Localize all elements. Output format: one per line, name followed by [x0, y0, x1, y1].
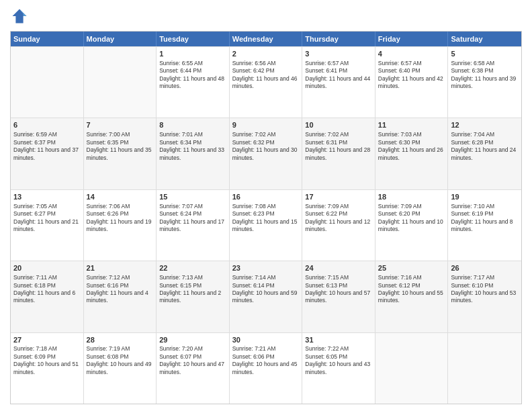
- sunset-text: Sunset: 6:05 PM: [305, 353, 347, 360]
- daylight-text: Daylight: 10 hours and 57 minutes.: [305, 289, 370, 304]
- daylight-text: Daylight: 11 hours and 28 minutes.: [305, 146, 370, 161]
- header-day-wednesday: Wednesday: [230, 32, 303, 46]
- daylight-text: Daylight: 11 hours and 4 minutes.: [87, 289, 148, 304]
- sunset-text: Sunset: 6:07 PM: [159, 353, 202, 360]
- daylight-text: Daylight: 11 hours and 33 minutes.: [159, 146, 224, 161]
- calendar: SundayMondayTuesdayWednesdayThursdayFrid…: [10, 31, 522, 404]
- header-day-thursday: Thursday: [302, 32, 375, 46]
- daylight-text: Daylight: 10 hours and 47 minutes.: [159, 361, 224, 375]
- sunset-text: Sunset: 6:16 PM: [87, 282, 129, 289]
- calendar-day-1: 1Sunrise: 6:55 AMSunset: 6:44 PMDaylight…: [157, 47, 230, 118]
- calendar-day-28: 28Sunrise: 7:19 AMSunset: 6:08 PMDayligh…: [84, 333, 157, 404]
- sunset-text: Sunset: 6:22 PM: [305, 210, 347, 217]
- day-number: 2: [232, 49, 300, 59]
- sunset-text: Sunset: 6:34 PM: [159, 139, 202, 146]
- day-number: 25: [378, 263, 445, 273]
- calendar-day-17: 17Sunrise: 7:09 AMSunset: 6:22 PMDayligh…: [302, 190, 375, 261]
- header-day-saturday: Saturday: [448, 32, 521, 46]
- sunrise-text: Sunrise: 7:22 AM: [305, 345, 349, 352]
- day-number: 3: [305, 49, 372, 59]
- daylight-text: Daylight: 10 hours and 43 minutes.: [305, 361, 370, 375]
- daylight-text: Daylight: 11 hours and 39 minutes.: [451, 75, 516, 89]
- day-number: 17: [305, 192, 372, 202]
- sunset-text: Sunset: 6:08 PM: [87, 353, 129, 360]
- daylight-text: Daylight: 11 hours and 46 minutes.: [232, 75, 298, 89]
- daylight-text: Daylight: 10 hours and 51 minutes.: [13, 361, 79, 375]
- day-number: 13: [13, 192, 81, 202]
- daylight-text: Daylight: 11 hours and 44 minutes.: [305, 75, 370, 89]
- calendar-week-4: 20Sunrise: 7:11 AMSunset: 6:18 PMDayligh…: [11, 261, 521, 332]
- calendar-day-12: 12Sunrise: 7:04 AMSunset: 6:28 PMDayligh…: [448, 118, 521, 189]
- day-number: 7: [87, 120, 154, 130]
- sunrise-text: Sunrise: 7:13 AM: [159, 274, 203, 281]
- day-number: 14: [87, 192, 154, 202]
- day-number: 29: [159, 335, 226, 345]
- sunset-text: Sunset: 6:35 PM: [87, 139, 129, 146]
- daylight-text: Daylight: 11 hours and 2 minutes.: [159, 289, 221, 304]
- sunrise-text: Sunrise: 6:56 AM: [232, 60, 276, 66]
- day-number: 16: [232, 192, 300, 202]
- day-number: 11: [378, 120, 445, 130]
- sunrise-text: Sunrise: 6:59 AM: [13, 131, 57, 138]
- sunset-text: Sunset: 6:09 PM: [13, 353, 56, 360]
- sunset-text: Sunset: 6:30 PM: [378, 139, 420, 146]
- sunset-text: Sunset: 6:19 PM: [451, 210, 493, 217]
- calendar-day-10: 10Sunrise: 7:02 AMSunset: 6:31 PMDayligh…: [302, 118, 375, 189]
- calendar-week-2: 6Sunrise: 6:59 AMSunset: 6:37 PMDaylight…: [11, 118, 521, 189]
- calendar-day-11: 11Sunrise: 7:03 AMSunset: 6:30 PMDayligh…: [375, 118, 449, 189]
- calendar-empty-cell: [375, 333, 449, 404]
- daylight-text: Daylight: 11 hours and 30 minutes.: [232, 146, 298, 161]
- calendar-week-3: 13Sunrise: 7:05 AMSunset: 6:27 PMDayligh…: [11, 189, 521, 261]
- day-number: 12: [451, 120, 519, 130]
- calendar-day-8: 8Sunrise: 7:01 AMSunset: 6:34 PMDaylight…: [157, 118, 230, 189]
- calendar-week-5: 27Sunrise: 7:18 AMSunset: 6:09 PMDayligh…: [11, 332, 521, 404]
- calendar-day-21: 21Sunrise: 7:12 AMSunset: 6:16 PMDayligh…: [84, 261, 157, 332]
- daylight-text: Daylight: 11 hours and 6 minutes.: [13, 289, 75, 304]
- daylight-text: Daylight: 11 hours and 21 minutes.: [13, 218, 79, 232]
- calendar-day-15: 15Sunrise: 7:07 AMSunset: 6:24 PMDayligh…: [157, 190, 230, 261]
- sunrise-text: Sunrise: 7:08 AM: [232, 203, 276, 210]
- sunset-text: Sunset: 6:13 PM: [305, 282, 347, 289]
- day-number: 1: [159, 49, 226, 59]
- sunrise-text: Sunrise: 7:11 AM: [13, 274, 57, 281]
- calendar-day-29: 29Sunrise: 7:20 AMSunset: 6:07 PMDayligh…: [157, 333, 230, 404]
- daylight-text: Daylight: 10 hours and 53 minutes.: [451, 289, 516, 304]
- calendar-day-7: 7Sunrise: 7:00 AMSunset: 6:35 PMDaylight…: [84, 118, 157, 189]
- calendar-day-6: 6Sunrise: 6:59 AMSunset: 6:37 PMDaylight…: [11, 118, 84, 189]
- sunrise-text: Sunrise: 7:06 AM: [87, 203, 130, 210]
- sunrise-text: Sunrise: 7:03 AM: [378, 131, 422, 138]
- calendar-day-2: 2Sunrise: 6:56 AMSunset: 6:42 PMDaylight…: [230, 47, 303, 118]
- calendar-day-16: 16Sunrise: 7:08 AMSunset: 6:23 PMDayligh…: [230, 190, 303, 261]
- day-number: 6: [13, 120, 81, 130]
- sunrise-text: Sunrise: 7:04 AM: [451, 131, 494, 138]
- sunset-text: Sunset: 6:20 PM: [378, 210, 420, 217]
- calendar-empty-cell: [448, 333, 521, 404]
- sunset-text: Sunset: 6:38 PM: [451, 67, 493, 74]
- daylight-text: Daylight: 11 hours and 19 minutes.: [87, 218, 152, 232]
- sunrise-text: Sunrise: 7:12 AM: [87, 274, 130, 281]
- sunrise-text: Sunrise: 7:05 AM: [13, 203, 57, 210]
- sunrise-text: Sunrise: 7:16 AM: [378, 274, 422, 281]
- sunset-text: Sunset: 6:24 PM: [159, 210, 202, 217]
- calendar-day-24: 24Sunrise: 7:15 AMSunset: 6:13 PMDayligh…: [302, 261, 375, 332]
- sunset-text: Sunset: 6:41 PM: [305, 67, 347, 74]
- sunset-text: Sunset: 6:44 PM: [159, 67, 202, 74]
- header: [10, 7, 522, 26]
- calendar-day-26: 26Sunrise: 7:17 AMSunset: 6:10 PMDayligh…: [448, 261, 521, 332]
- calendar-day-4: 4Sunrise: 6:57 AMSunset: 6:40 PMDaylight…: [375, 47, 449, 118]
- sunset-text: Sunset: 6:06 PM: [232, 353, 275, 360]
- sunrise-text: Sunrise: 7:07 AM: [159, 203, 203, 210]
- sunrise-text: Sunrise: 7:01 AM: [159, 131, 203, 138]
- day-number: 8: [159, 120, 226, 130]
- calendar-day-19: 19Sunrise: 7:10 AMSunset: 6:19 PMDayligh…: [448, 190, 521, 261]
- calendar-day-14: 14Sunrise: 7:06 AMSunset: 6:26 PMDayligh…: [84, 190, 157, 261]
- calendar-day-30: 30Sunrise: 7:21 AMSunset: 6:06 PMDayligh…: [230, 333, 303, 404]
- daylight-text: Daylight: 11 hours and 48 minutes.: [159, 75, 224, 89]
- daylight-text: Daylight: 11 hours and 10 minutes.: [378, 218, 443, 232]
- header-day-monday: Monday: [84, 32, 157, 46]
- logo-icon: [10, 7, 29, 26]
- day-number: 28: [87, 335, 154, 345]
- sunset-text: Sunset: 6:14 PM: [232, 282, 275, 289]
- daylight-text: Daylight: 10 hours and 45 minutes.: [232, 361, 298, 375]
- sunset-text: Sunset: 6:12 PM: [378, 282, 420, 289]
